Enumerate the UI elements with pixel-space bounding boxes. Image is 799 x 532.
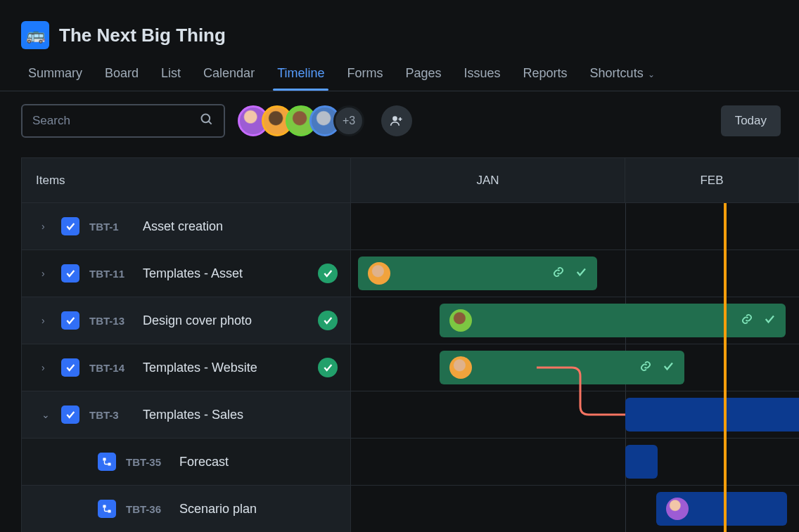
link-icon (639, 360, 652, 376)
issue-key[interactable]: TBT-11 (89, 268, 133, 280)
row-item-cell: ›TBT-14Templates - Website (22, 344, 351, 391)
issue-title[interactable]: Asset creation (143, 219, 223, 234)
month-header-jan: JAN (351, 158, 625, 202)
timeline-lane (351, 250, 799, 297)
chevron-right-icon[interactable]: › (41, 221, 51, 232)
issue-title[interactable]: Templates - Asset (143, 266, 243, 281)
check-icon (763, 313, 776, 329)
check-icon (575, 266, 587, 282)
assignee-avatar (449, 309, 472, 332)
member-avatars: +3 (238, 105, 364, 136)
svg-point-2 (392, 116, 397, 121)
tab-issues[interactable]: Issues (464, 66, 501, 91)
status-done-icon (318, 264, 338, 283)
timeline-lane (351, 203, 799, 249)
timeline-lane (351, 297, 799, 344)
svg-rect-5 (103, 458, 106, 460)
avatar-overflow[interactable]: +3 (333, 105, 364, 136)
issue-key[interactable]: TBT-3 (89, 409, 133, 421)
issue-title[interactable]: Templates - Website (143, 361, 257, 375)
tab-forms[interactable]: Forms (347, 66, 383, 91)
page-title: The Next Big Thing (59, 25, 226, 46)
timeline-lane (351, 439, 799, 485)
subtask-icon (98, 500, 116, 518)
table-row[interactable]: ›TBT-14Templates - Website (22, 344, 799, 391)
tab-summary[interactable]: Summary (28, 66, 82, 91)
view-tabs: SummaryBoardListCalendarTimelineFormsPag… (0, 49, 799, 91)
chevron-right-icon[interactable]: › (41, 362, 51, 373)
svg-rect-8 (108, 510, 110, 512)
link-icon (741, 313, 753, 329)
task-checkbox-icon (61, 406, 79, 424)
table-row[interactable]: ›TBT-11Templates - Asset (22, 250, 799, 297)
timeline-bar[interactable] (656, 492, 787, 526)
search-placeholder: Search (32, 114, 70, 128)
task-checkbox-icon (61, 311, 79, 330)
svg-rect-6 (108, 462, 110, 465)
chevron-down-icon: ⌄ (648, 70, 655, 79)
assignee-avatar (666, 498, 689, 520)
add-user-button[interactable] (381, 105, 412, 136)
issue-title[interactable]: Templates - Sales (143, 408, 243, 422)
chevron-right-icon[interactable]: › (41, 315, 51, 326)
status-done-icon (318, 311, 338, 330)
chevron-down-icon[interactable]: ⌄ (41, 409, 51, 420)
issue-key[interactable]: TBT-14 (89, 362, 133, 374)
task-checkbox-icon (61, 217, 79, 235)
row-item-cell: TBT-35Forecast (22, 439, 351, 485)
link-icon (552, 266, 565, 282)
timeline-lane (351, 344, 799, 391)
row-item-cell: ⌄TBT-3Templates - Sales (22, 391, 351, 438)
tab-board[interactable]: Board (105, 66, 139, 91)
assignee-avatar (449, 356, 472, 379)
tab-calendar[interactable]: Calendar (203, 66, 255, 91)
row-item-cell: ›TBT-13Design cover photo (22, 297, 351, 344)
svg-rect-7 (103, 505, 106, 507)
issue-key[interactable]: TBT-1 (89, 221, 133, 233)
today-button[interactable]: Today (721, 105, 781, 136)
table-row[interactable]: TBT-36Scenario plan (22, 486, 799, 532)
svg-point-0 (202, 114, 210, 122)
timeline-grid: Items JAN FEB ›TBT-1Asset creation›TBT-1… (21, 157, 799, 532)
app-icon[interactable]: 🚌 (21, 21, 49, 49)
timeline-bar[interactable] (625, 445, 658, 479)
timeline-lane (351, 486, 799, 532)
issue-title[interactable]: Design cover photo (143, 313, 252, 328)
timeline-bar[interactable] (440, 351, 684, 384)
tab-timeline[interactable]: Timeline (277, 66, 324, 91)
tab-reports[interactable]: Reports (523, 66, 568, 91)
assignee-avatar (368, 262, 390, 285)
issue-title[interactable]: Forecast (179, 455, 229, 469)
search-icon (200, 112, 214, 130)
table-row[interactable]: ⌄TBT-3Templates - Sales (22, 391, 799, 439)
timeline-lane (351, 391, 799, 438)
svg-line-1 (209, 121, 212, 124)
row-item-cell: ›TBT-1Asset creation (22, 203, 351, 249)
status-done-icon (318, 358, 338, 377)
table-row[interactable]: TBT-35Forecast (22, 439, 799, 486)
tab-shortcuts[interactable]: Shortcuts⌄ (590, 66, 655, 91)
tab-list[interactable]: List (161, 66, 181, 91)
tab-pages[interactable]: Pages (405, 66, 441, 91)
issue-key[interactable]: TBT-13 (89, 315, 133, 327)
timeline-bar[interactable] (358, 257, 597, 290)
row-item-cell: ›TBT-11Templates - Asset (22, 250, 351, 297)
issue-key[interactable]: TBT-36 (126, 503, 170, 515)
subtask-icon (98, 453, 116, 471)
table-row[interactable]: ›TBT-1Asset creation (22, 203, 799, 250)
search-input[interactable]: Search (21, 104, 225, 138)
items-column-header: Items (22, 158, 351, 202)
check-icon (662, 360, 675, 376)
row-item-cell: TBT-36Scenario plan (22, 486, 351, 532)
today-marker (724, 203, 727, 532)
chevron-right-icon[interactable]: › (41, 268, 51, 279)
task-checkbox-icon (61, 264, 79, 283)
task-checkbox-icon (61, 358, 79, 377)
month-header-feb: FEB (625, 158, 799, 202)
timeline-bar[interactable] (440, 304, 786, 337)
issue-title[interactable]: Scenario plan (179, 502, 257, 517)
table-row[interactable]: ›TBT-13Design cover photo (22, 297, 799, 344)
issue-key[interactable]: TBT-35 (126, 456, 170, 468)
timeline-bar[interactable] (625, 398, 799, 432)
